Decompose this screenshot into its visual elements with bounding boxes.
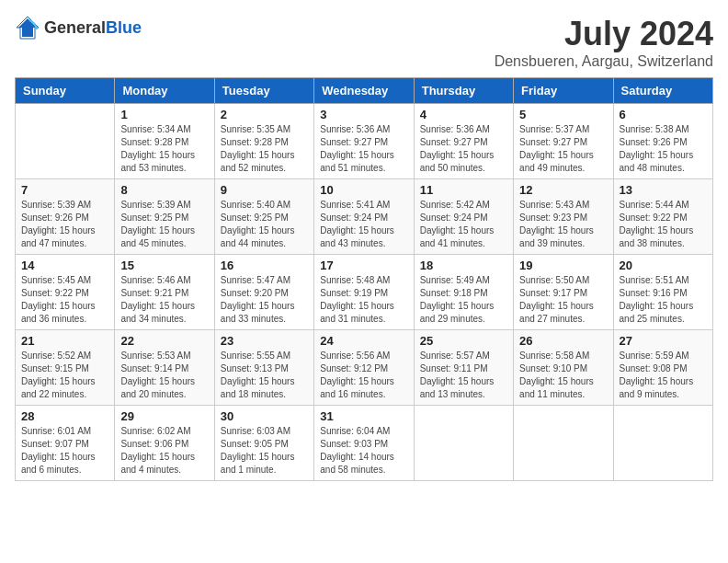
calendar-week-3: 21Sunrise: 5:52 AMSunset: 9:15 PMDayligh… [16,330,713,406]
calendar-table: Sunday Monday Tuesday Wednesday Thursday… [15,77,713,481]
day-detail: Sunrise: 5:34 AMSunset: 9:28 PMDaylight:… [120,123,208,175]
day-number: 16 [221,259,308,272]
day-detail: Sunrise: 5:38 AMSunset: 9:26 PMDaylight:… [620,123,707,175]
day-number: 15 [120,259,208,272]
table-row: 8Sunrise: 5:39 AMSunset: 9:25 PMDaylight… [115,179,214,255]
day-number: 28 [21,409,108,423]
table-row: 26Sunrise: 5:58 AMSunset: 9:10 PMDayligh… [514,330,613,406]
day-number: 27 [620,334,707,348]
table-row: 10Sunrise: 5:41 AMSunset: 9:24 PMDayligh… [314,179,414,255]
logo: GeneralBlue [15,15,142,40]
header-thursday: Thursday [414,78,513,104]
day-detail: Sunrise: 5:36 AMSunset: 9:27 PMDaylight:… [420,123,507,175]
table-row: 15Sunrise: 5:46 AMSunset: 9:21 PMDayligh… [115,255,214,330]
header-monday: Monday [115,78,214,104]
day-number: 23 [221,334,308,348]
header-tuesday: Tuesday [214,78,313,104]
day-detail: Sunrise: 5:46 AMSunset: 9:21 PMDaylight:… [120,274,208,326]
day-detail: Sunrise: 6:02 AMSunset: 9:06 PMDaylight:… [120,425,208,477]
table-row: 16Sunrise: 5:47 AMSunset: 9:20 PMDayligh… [214,255,313,330]
table-row: 7Sunrise: 5:39 AMSunset: 9:26 PMDaylight… [16,179,115,255]
day-number: 1 [120,108,208,121]
logo-blue: Blue [106,18,142,37]
day-number: 17 [320,259,407,272]
day-number: 13 [620,183,707,197]
calendar-week-4: 28Sunrise: 6:01 AMSunset: 9:07 PMDayligh… [16,406,713,481]
table-row: 28Sunrise: 6:01 AMSunset: 9:07 PMDayligh… [16,406,115,481]
header-friday: Friday [514,78,613,104]
day-number: 8 [120,183,208,197]
day-number: 30 [221,409,308,423]
day-number: 26 [519,334,607,348]
header-wednesday: Wednesday [314,78,414,104]
day-detail: Sunrise: 5:41 AMSunset: 9:24 PMDaylight:… [320,199,407,250]
logo-icon [15,15,40,40]
calendar-week-2: 14Sunrise: 5:45 AMSunset: 9:22 PMDayligh… [16,255,713,330]
header-saturday: Saturday [613,78,712,104]
svg-marker-0 [18,18,37,37]
day-detail: Sunrise: 5:47 AMSunset: 9:20 PMDaylight:… [221,274,308,326]
day-number: 24 [320,334,407,348]
table-row: 23Sunrise: 5:55 AMSunset: 9:13 PMDayligh… [214,330,313,406]
table-row: 22Sunrise: 5:53 AMSunset: 9:14 PMDayligh… [115,330,214,406]
location-title: Densbueren, Aargau, Switzerland [495,53,713,70]
day-number: 11 [420,183,507,197]
logo-general: General [44,18,106,37]
day-detail: Sunrise: 5:59 AMSunset: 9:08 PMDaylight:… [620,350,707,401]
day-detail: Sunrise: 5:45 AMSunset: 9:22 PMDaylight:… [21,274,108,326]
weekday-header-row: Sunday Monday Tuesday Wednesday Thursday… [16,78,713,104]
table-row: 13Sunrise: 5:44 AMSunset: 9:22 PMDayligh… [613,179,712,255]
table-row: 29Sunrise: 6:02 AMSunset: 9:06 PMDayligh… [115,406,214,481]
month-title: July 2024 [495,15,713,53]
table-row: 17Sunrise: 5:48 AMSunset: 9:19 PMDayligh… [314,255,414,330]
table-row: 30Sunrise: 6:03 AMSunset: 9:05 PMDayligh… [214,406,313,481]
table-row: 14Sunrise: 5:45 AMSunset: 9:22 PMDayligh… [16,255,115,330]
table-row: 2Sunrise: 5:35 AMSunset: 9:28 PMDaylight… [214,104,313,179]
logo-text: GeneralBlue [44,18,142,38]
day-detail: Sunrise: 5:48 AMSunset: 9:19 PMDaylight:… [320,274,407,326]
day-number: 29 [120,409,208,423]
day-number: 25 [420,334,507,348]
day-detail: Sunrise: 5:49 AMSunset: 9:18 PMDaylight:… [420,274,507,326]
day-number: 2 [221,108,308,121]
table-row: 25Sunrise: 5:57 AMSunset: 9:11 PMDayligh… [414,330,513,406]
day-detail: Sunrise: 5:42 AMSunset: 9:24 PMDaylight:… [420,199,507,250]
day-detail: Sunrise: 5:39 AMSunset: 9:26 PMDaylight:… [21,199,108,250]
day-number: 12 [519,183,607,197]
table-row: 11Sunrise: 5:42 AMSunset: 9:24 PMDayligh… [414,179,513,255]
day-number: 5 [519,108,607,121]
day-detail: Sunrise: 6:04 AMSunset: 9:03 PMDaylight:… [320,425,407,477]
day-detail: Sunrise: 6:03 AMSunset: 9:05 PMDaylight:… [221,425,308,477]
table-row [514,406,613,481]
day-detail: Sunrise: 5:50 AMSunset: 9:17 PMDaylight:… [519,274,607,326]
table-row [16,104,115,179]
day-number: 6 [620,108,707,121]
day-detail: Sunrise: 5:40 AMSunset: 9:25 PMDaylight:… [221,199,308,250]
day-number: 21 [21,334,108,348]
day-detail: Sunrise: 5:36 AMSunset: 9:27 PMDaylight:… [320,123,407,175]
table-row: 19Sunrise: 5:50 AMSunset: 9:17 PMDayligh… [514,255,613,330]
day-detail: Sunrise: 5:39 AMSunset: 9:25 PMDaylight:… [120,199,208,250]
table-row: 1Sunrise: 5:34 AMSunset: 9:28 PMDaylight… [115,104,214,179]
day-detail: Sunrise: 5:44 AMSunset: 9:22 PMDaylight:… [620,199,707,250]
table-row: 6Sunrise: 5:38 AMSunset: 9:26 PMDaylight… [613,104,712,179]
table-row [613,406,712,481]
day-number: 19 [519,259,607,272]
table-row: 20Sunrise: 5:51 AMSunset: 9:16 PMDayligh… [613,255,712,330]
table-row: 27Sunrise: 5:59 AMSunset: 9:08 PMDayligh… [613,330,712,406]
day-number: 14 [21,259,108,272]
day-detail: Sunrise: 5:53 AMSunset: 9:14 PMDaylight:… [120,350,208,401]
day-detail: Sunrise: 5:35 AMSunset: 9:28 PMDaylight:… [221,123,308,175]
day-number: 18 [420,259,507,272]
table-row: 9Sunrise: 5:40 AMSunset: 9:25 PMDaylight… [214,179,313,255]
day-number: 20 [620,259,707,272]
table-row: 24Sunrise: 5:56 AMSunset: 9:12 PMDayligh… [314,330,414,406]
day-detail: Sunrise: 5:52 AMSunset: 9:15 PMDaylight:… [21,350,108,401]
header: GeneralBlue July 2024 Densbueren, Aargau… [15,15,713,70]
table-row: 31Sunrise: 6:04 AMSunset: 9:03 PMDayligh… [314,406,414,481]
table-row: 3Sunrise: 5:36 AMSunset: 9:27 PMDaylight… [314,104,414,179]
table-row: 12Sunrise: 5:43 AMSunset: 9:23 PMDayligh… [514,179,613,255]
day-detail: Sunrise: 5:57 AMSunset: 9:11 PMDaylight:… [420,350,507,401]
table-row: 18Sunrise: 5:49 AMSunset: 9:18 PMDayligh… [414,255,513,330]
table-row: 4Sunrise: 5:36 AMSunset: 9:27 PMDaylight… [414,104,513,179]
